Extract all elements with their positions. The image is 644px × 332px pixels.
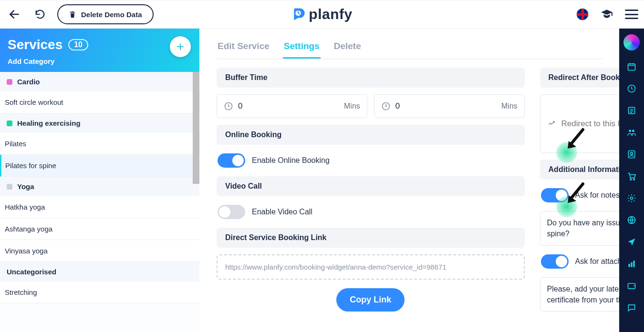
rail-people-icon[interactable] (626, 127, 637, 138)
sidebar-item-vinyasa[interactable]: Vinyasa yoga (0, 240, 199, 262)
sidebar-item-hatkha[interactable]: Hatkha yoga (0, 196, 199, 218)
back-icon[interactable] (6, 6, 23, 23)
ask-attach-label: Ask for attachments (575, 257, 619, 266)
svg-point-7 (629, 130, 631, 132)
copy-link-button[interactable]: Copy Link (336, 288, 405, 312)
section-redirect: Redirect After Booking (540, 68, 619, 88)
sidebar-title: Services (8, 37, 62, 52)
svg-point-8 (632, 130, 634, 132)
trash-icon (69, 10, 76, 19)
buffer-before-field[interactable]: Mins (217, 94, 367, 118)
tab-edit-service[interactable]: Edit Service (217, 37, 270, 59)
delete-demo-label: Delete Demo Data (81, 10, 142, 19)
svg-point-13 (631, 197, 633, 200)
category-label: Uncategorised (7, 268, 56, 276)
category-label: Yoga (17, 182, 34, 191)
brand: planfy (291, 6, 352, 22)
svg-rect-4 (628, 64, 635, 70)
toggle-online-booking[interactable] (218, 153, 245, 168)
brand-text: planfy (309, 6, 352, 22)
section-direct-link: Direct Service Booking Link (217, 228, 525, 248)
category-label: Healing exercising (17, 119, 81, 127)
add-service-button[interactable]: + (170, 36, 191, 57)
mins-suffix: Mins (344, 102, 360, 111)
settings-right-column: Redirect After Booking Additional Inform… (540, 68, 619, 312)
sidebar-item-ashtanga[interactable]: Ashtanga yoga (0, 218, 199, 240)
menu-icon[interactable] (625, 10, 638, 19)
svg-point-11 (630, 179, 632, 180)
sidebar-item-stretching[interactable]: Stretching (0, 282, 199, 303)
delete-demo-button[interactable]: Delete Demo Data (57, 4, 154, 24)
sidebar-header: Services 10 + Add Category (0, 29, 199, 72)
services-count: 10 (68, 39, 88, 50)
attachments-textarea[interactable] (540, 277, 619, 312)
tabs: Edit Service Settings Delete (217, 37, 602, 59)
section-buffer-time: Buffer Time (217, 68, 525, 88)
rail-cart-icon[interactable] (626, 171, 637, 182)
svg-rect-17 (633, 261, 634, 267)
direct-link-box[interactable]: https://www.planfy.com/booking-widget/an… (217, 254, 525, 280)
right-rail (619, 29, 644, 332)
sidebar: Services 10 + Add Category Cardio Soft c… (0, 29, 199, 332)
svg-rect-15 (628, 264, 630, 267)
toggle-ask-notes[interactable] (541, 188, 569, 202)
category-cardio[interactable]: Cardio (0, 72, 199, 91)
notes-textarea[interactable] (540, 211, 619, 245)
category-healing[interactable]: Healing exercising (0, 113, 199, 133)
tab-settings[interactable]: Settings (283, 37, 321, 59)
redirect-icon (547, 119, 557, 129)
rail-globe-icon[interactable] (626, 214, 637, 226)
buffer-after-input[interactable] (395, 101, 497, 111)
rail-gear-icon[interactable] (626, 192, 637, 204)
mins-suffix: Mins (501, 102, 518, 111)
redirect-field[interactable] (540, 94, 619, 153)
clock-icon (381, 101, 391, 111)
rail-chart-icon[interactable] (626, 258, 637, 270)
topbar: Delete Demo Data planfy (0, 0, 644, 29)
section-additional-info: Additional Information (540, 160, 619, 180)
main-content: Edit Service Settings Delete Buffer Time… (199, 29, 619, 332)
toggle-online-label: Enable Online Booking (252, 156, 330, 165)
category-uncategorised[interactable]: Uncategorised (0, 262, 199, 282)
rail-contact-icon[interactable] (626, 149, 637, 160)
language-flag-icon[interactable] (576, 8, 589, 20)
svg-point-12 (634, 179, 635, 180)
rail-wallet-icon[interactable] (626, 280, 637, 292)
service-list[interactable]: Cardio Soft circle workout Healing exerc… (0, 72, 199, 332)
toggle-video-call[interactable] (218, 205, 245, 219)
svg-rect-16 (631, 262, 632, 267)
category-label: Cardio (17, 78, 40, 86)
sidebar-item-soft-circle[interactable]: Soft circle workout (0, 91, 199, 113)
clock-icon (224, 101, 233, 111)
settings-left-column: Buffer Time Mins Mins Online Booking (217, 68, 525, 312)
toggle-ask-attachments[interactable] (541, 254, 569, 269)
toggle-video-label: Enable Video Call (252, 208, 312, 216)
rail-send-icon[interactable] (626, 236, 637, 248)
refresh-icon[interactable] (31, 6, 49, 23)
add-category-link[interactable]: Add Category (0, 57, 199, 72)
svg-point-10 (631, 152, 633, 155)
rail-orb-icon[interactable] (623, 34, 640, 50)
rail-list-icon[interactable] (626, 105, 637, 116)
rail-calendar-icon[interactable] (626, 61, 637, 72)
ask-notes-label: Ask for notes (575, 191, 619, 200)
graduation-icon[interactable] (598, 6, 615, 23)
category-yoga[interactable]: Yoga (0, 177, 199, 196)
rail-clock-icon[interactable] (626, 83, 637, 94)
sidebar-item-pilates-spine[interactable]: Pilates for spine (0, 155, 199, 177)
sidebar-item-pilates[interactable]: Pilates (0, 133, 199, 155)
buffer-before-input[interactable] (238, 101, 339, 111)
section-online-booking: Online Booking (217, 125, 525, 145)
tab-delete[interactable]: Delete (333, 37, 362, 59)
rail-chat-icon[interactable] (626, 302, 637, 313)
section-video-call: Video Call (217, 176, 525, 196)
buffer-after-field[interactable]: Mins (374, 94, 525, 118)
redirect-input[interactable] (561, 119, 619, 129)
brand-logo-icon (291, 7, 306, 21)
